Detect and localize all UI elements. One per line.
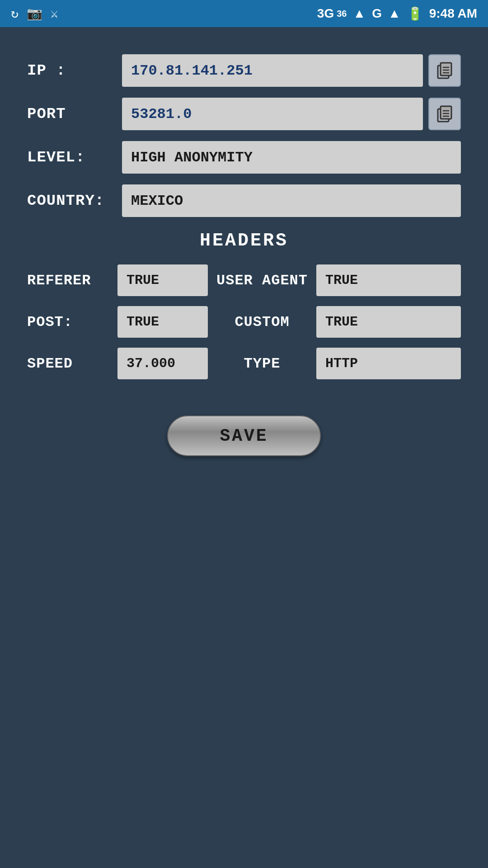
- ip-label: IP :: [27, 62, 122, 79]
- useragent-value[interactable]: TRUE: [316, 264, 461, 296]
- copy-icon-2: [435, 104, 454, 123]
- speed-type-row: SPEED 37.000 TYPE HTTP: [27, 348, 461, 379]
- referer-useragent-row: REFERER TRUE USER AGENT TRUE: [27, 264, 461, 296]
- svg-rect-6: [441, 106, 451, 119]
- form-area: IP : PORT: [27, 54, 461, 456]
- custom-label: CUSTOM: [208, 314, 316, 330]
- status-bar-right: 3G 36 ▲ G ▲ 🔋 9:48 AM: [317, 6, 477, 21]
- image-icon: 📷: [27, 6, 42, 21]
- copy-icon: [435, 61, 454, 80]
- level-row: LEVEL:: [27, 141, 461, 174]
- post-custom-row: POST: TRUE CUSTOM TRUE: [27, 306, 461, 338]
- type-label: TYPE: [208, 355, 316, 372]
- port-label: PORT: [27, 105, 122, 123]
- time-display: 9:48 AM: [429, 6, 477, 21]
- country-input[interactable]: [122, 184, 461, 217]
- country-label: COUNTRY:: [27, 192, 122, 209]
- main-content: IP : PORT: [0, 27, 488, 868]
- useragent-label: USER AGENT: [208, 272, 316, 289]
- network-extra: 36: [337, 9, 347, 19]
- referer-label: REFERER: [27, 272, 117, 289]
- status-bar: ↻ 📷 ⚔ 3G 36 ▲ G ▲ 🔋 9:48 AM: [0, 0, 488, 27]
- svg-rect-1: [441, 63, 451, 75]
- post-value[interactable]: TRUE: [117, 306, 208, 338]
- headers-title: HEADERS: [27, 231, 461, 251]
- port-row: PORT: [27, 98, 461, 130]
- speed-value[interactable]: 37.000: [117, 348, 208, 379]
- port-input[interactable]: [122, 98, 423, 130]
- custom-value[interactable]: TRUE: [316, 306, 461, 338]
- level-input[interactable]: [122, 141, 461, 174]
- save-section: SAVE: [27, 415, 461, 456]
- carrier-signal-icon: ▲: [388, 6, 401, 21]
- ip-row: IP :: [27, 54, 461, 87]
- sync-icon: ↻: [11, 6, 19, 21]
- port-copy-button[interactable]: [428, 98, 461, 130]
- speed-label: SPEED: [27, 355, 117, 372]
- ip-copy-button[interactable]: [428, 54, 461, 87]
- level-label: LEVEL:: [27, 149, 122, 166]
- country-row: COUNTRY:: [27, 184, 461, 217]
- signal-icon: ▲: [353, 6, 366, 21]
- save-button[interactable]: SAVE: [167, 415, 321, 456]
- battery-icon: 🔋: [407, 6, 423, 21]
- post-label: POST:: [27, 314, 117, 330]
- type-value[interactable]: HTTP: [316, 348, 461, 379]
- headers-grid: REFERER TRUE USER AGENT TRUE POST: TRUE …: [27, 264, 461, 379]
- network-indicator: 3G: [317, 6, 334, 21]
- usb-icon: ⚔: [51, 6, 58, 21]
- status-bar-left: ↻ 📷 ⚔: [11, 6, 58, 21]
- referer-value[interactable]: TRUE: [117, 264, 208, 296]
- ip-input[interactable]: [122, 54, 423, 87]
- carrier-label: G: [372, 6, 382, 21]
